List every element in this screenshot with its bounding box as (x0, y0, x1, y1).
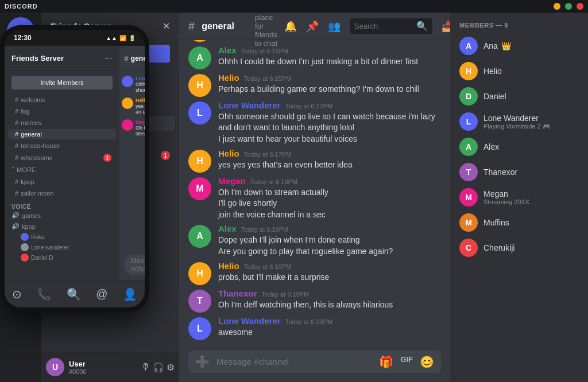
member-info: Helio (483, 67, 502, 76)
member-item[interactable]: C Cherukiji (455, 235, 583, 260)
search-box[interactable]: 🔍 (350, 18, 432, 34)
chat-header-actions: 🔔 📌 👥 🔍 📥 ❓ (284, 18, 450, 34)
message-text: probs, but I'll make it a surprise (218, 272, 441, 283)
member-item[interactable]: D Daniel (455, 84, 583, 109)
hash-icon: # (15, 131, 18, 138)
notification-icon[interactable]: 🔔 (284, 20, 297, 33)
emoji-icon[interactable]: 😊 (420, 355, 434, 369)
message-content: Megan Today at 6:18PM Oh I'm down to str… (218, 176, 441, 221)
message-content: Helio Today at 6:15PM Perhaps a building… (218, 73, 441, 97)
search-input[interactable] (354, 22, 412, 30)
member-name: Megan (483, 189, 508, 198)
phone-mention-icon[interactable]: @ (96, 287, 107, 301)
gift-icon[interactable]: 🎁 (379, 355, 393, 369)
messages-list: I'm craving a burrito L Lone Wanderer To… (179, 40, 450, 350)
member-name: Ana (483, 41, 498, 50)
message-author[interactable]: Lone Wanderer (218, 100, 281, 110)
message-author[interactable]: Helio (218, 149, 239, 158)
settings-icon[interactable]: ⚙ (167, 362, 175, 373)
phone-voice-member-lone: Lone wanderer (11, 242, 113, 252)
hash-icon: # (15, 142, 18, 149)
phone-chat-input[interactable]: Message #channel (124, 255, 145, 275)
member-avatar: T (459, 163, 478, 181)
phone-time: 12:30 (14, 34, 32, 42)
member-status: Streaming 20XX (483, 198, 529, 205)
message-text: Dope yeah I'll join when I'm done eating… (218, 235, 441, 257)
gif-icon[interactable]: GIF (400, 355, 413, 369)
phone-msg-avatar (122, 98, 133, 109)
phone-user-icon[interactable]: 👤 (123, 287, 137, 301)
phone-channel-kpop[interactable]: # kpop (8, 177, 116, 187)
minimize-btn[interactable] (554, 3, 560, 10)
member-item[interactable]: L Lone Wanderer Playing Vormitside 2 🎮 (455, 109, 583, 134)
message-timestamp: Today at 6:17PM (285, 103, 333, 110)
message-group: L Lone Wanderer Today at 6:17PM Ohh some… (179, 99, 450, 146)
message-content: Thanexor Today at 6:19PM Oh I'm deff wat… (218, 289, 441, 313)
members-icon[interactable]: 👥 (328, 20, 341, 33)
message-timestamp: Today at 6:15PM (244, 75, 292, 82)
phone-channel-sailor-moon[interactable]: # sailor-moon (8, 188, 116, 198)
member-info: Alex (483, 142, 499, 151)
message-author[interactable]: Alex (218, 45, 237, 55)
window-controls[interactable] (554, 3, 583, 10)
message-input[interactable] (216, 350, 372, 373)
phone-channel-fog[interactable]: # fog (8, 106, 116, 116)
add-attachment-icon[interactable]: ➕ (195, 355, 210, 369)
phone-ellipsis-icon[interactable]: ··· (105, 53, 113, 64)
member-item[interactable]: A Alex (455, 134, 583, 159)
phone-channel-memes[interactable]: # memes (8, 118, 116, 128)
mic-icon[interactable]: 🎙 (141, 362, 150, 373)
member-item[interactable]: M Muffins (455, 210, 583, 235)
user-panel-actions[interactable]: 🎙 🎧 ⚙ (141, 362, 175, 373)
headset-icon[interactable]: 🎧 (153, 362, 164, 373)
message-author[interactable]: Lone Wanderer (218, 316, 281, 326)
phone-channel-welcome[interactable]: # welcome (8, 95, 116, 105)
member-item[interactable]: M Megan Streaming 20XX (455, 185, 583, 210)
message-group: T Thanexor Today at 6:19PM Oh I'm deff w… (179, 287, 450, 314)
member-name: Daniel (483, 92, 506, 101)
hash-icon: # (15, 154, 18, 161)
phone-home-icon[interactable]: ⊙ (12, 287, 22, 301)
message-author[interactable]: Thanexor (218, 289, 257, 298)
phone-search-icon[interactable]: 🔍 (67, 287, 81, 301)
message-header: Thanexor Today at 6:19PM (218, 289, 441, 298)
message-author[interactable]: Helio (218, 73, 239, 83)
message-timestamp: Today at 6:20PM (285, 318, 333, 325)
phone-channel-sidebar: Friends Server ··· Invite Members # welc… (5, 46, 119, 280)
chevron-down-icon: ✕ (163, 21, 170, 32)
phone-voice-games[interactable]: 🔊 games (11, 210, 113, 221)
phone-voice-kpop[interactable]: 🔊 kpop (11, 221, 113, 232)
notification-badge: 1 (161, 151, 170, 160)
phone-channel-terraco[interactable]: # terraco-house (8, 141, 116, 151)
message-group: L Lone Wanderer Today at 6:20PM awesome (179, 315, 450, 341)
battery-icon: 🔋 (129, 35, 136, 41)
member-name: Cherukiji (483, 243, 514, 252)
phone-message: Megan Oh I'm down to stream actually (122, 117, 145, 139)
wifi-icon: ▲▲ (106, 35, 117, 41)
phone-member-avatar (21, 254, 29, 262)
message-header: Alex Today at 6:16PM (218, 45, 441, 55)
message-author[interactable]: Helio (218, 261, 239, 271)
message-content: Helio Today at 6:15PM Anyone want to pla… (218, 40, 441, 42)
member-item[interactable]: A Ana 👑 (455, 33, 583, 59)
message-author[interactable]: Alex (218, 224, 237, 233)
phone-channel-wholesome[interactable]: # wholesome 1 (8, 152, 116, 163)
phone-more-label[interactable]: ˅ MORE (5, 164, 119, 176)
phone-invite-btn[interactable]: Invite Members (11, 76, 113, 89)
pin-icon[interactable]: 📌 (306, 20, 319, 33)
member-item[interactable]: T Thanexor (455, 159, 583, 185)
inbox-icon[interactable]: 📥 (442, 20, 450, 33)
message-text: awesome (218, 327, 441, 338)
message-content: Alex Today at 6:16PM Ohhh I could be dow… (218, 45, 441, 69)
close-btn[interactable] (577, 3, 583, 10)
message-header: Alex Today at 6:19PM (218, 224, 441, 233)
user-status: #0000 (69, 368, 137, 375)
message-author[interactable]: Megan (218, 176, 246, 186)
phone-channel-general[interactable]: # general (8, 129, 116, 139)
message-content: Helio Today at 6:19PM probs, but I'll ma… (218, 261, 441, 285)
message-timestamp: Today at 6:17PM (244, 151, 292, 158)
phone-call-icon[interactable]: 📞 (37, 287, 51, 301)
phone-server-header[interactable]: Friends Server ··· (5, 46, 119, 71)
member-item[interactable]: H Helio (455, 59, 583, 84)
maximize-btn[interactable] (565, 3, 572, 10)
